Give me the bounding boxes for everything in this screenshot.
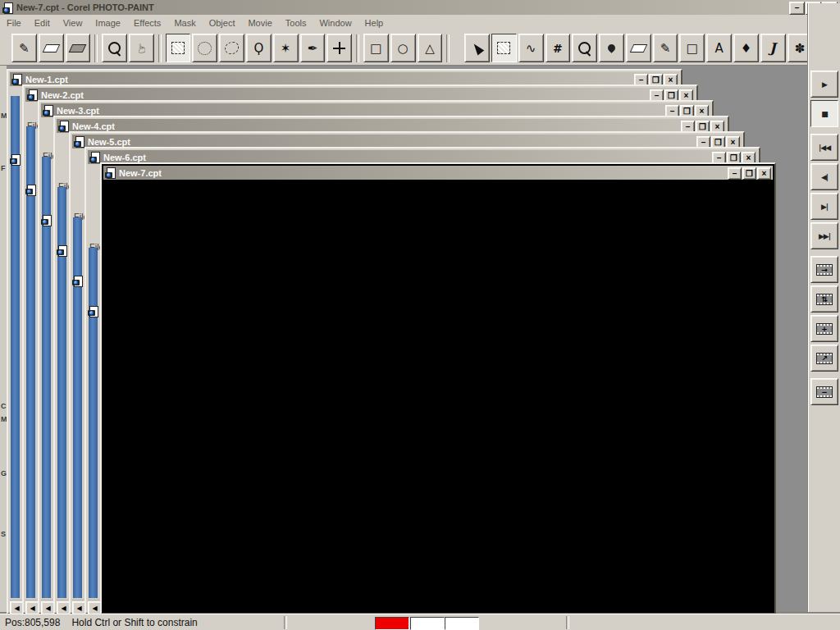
frame-back-button[interactable]: ◀| [810,163,838,190]
film-strip-icon: − [816,386,833,398]
freehand-mask-tool[interactable] [219,34,244,62]
toolbar-separator [158,34,162,62]
move-frame-button[interactable]: ⇅ [810,285,838,313]
workspace: MFCMGS New-1.cpt–❒×◀New-2.cpt–❒×File◀New… [0,66,840,614]
crop-tool[interactable]: # [546,34,571,62]
zoom-2-icon [578,42,591,54]
fill-icon: ♦ [741,41,751,56]
lasso-mask-icon: Ϙ [253,41,263,56]
ellipse-tool[interactable]: ○ [390,34,416,62]
document-icon [89,152,100,162]
crop-icon: # [553,42,563,55]
zoom-tool[interactable] [102,34,127,62]
zoom-icon [108,42,121,54]
node-edit-tool[interactable]: ∿ [518,34,544,62]
mask-transform-tool[interactable] [326,34,352,62]
main-toolbar: ✎☞Ϙ✶✒□○△∿#✎□A♦J✽♟♟ [0,31,840,66]
text-icon: A [714,41,723,56]
rewind-to-start-button[interactable]: |◀◀ [810,134,838,161]
fill-tool[interactable]: ♦ [733,34,759,62]
minimize-button[interactable]: – [789,2,805,15]
eyedropper-icon [606,43,617,53]
document-title: New-5.cpt [88,137,130,147]
frame-forward-button[interactable]: ▶| [810,193,838,220]
document-window-new-7-cpt[interactable]: New-7.cpt–❒× [100,162,776,614]
menu-image[interactable]: Image [89,16,127,30]
ellipse-mask-tool[interactable] [192,34,217,62]
menu-file[interactable]: File [0,16,28,30]
status-hint: Hold Ctrl or Shift to constrain [71,617,197,628]
zoom-2-tool[interactable] [572,34,597,62]
menu-help[interactable]: Help [358,16,390,30]
toolbar-separator [356,34,359,62]
delete-frame-button[interactable]: − [810,378,838,405]
paint-brush-tool[interactable]: J [760,34,786,62]
magic-wand-mask-tool[interactable]: ✶ [273,34,299,62]
play-button[interactable]: ▶ [810,71,838,98]
rect-shape-icon: □ [687,41,698,56]
fill-color-swatch[interactable] [445,617,479,630]
pan-icon: ☞ [134,43,148,53]
menu-mask[interactable]: Mask [167,16,202,30]
undo-pencil-tool[interactable]: ✎ [11,34,37,62]
minimize-button[interactable]: – [728,167,742,180]
close-button[interactable]: × [757,167,771,180]
edge-letter: M [1,112,7,120]
document-icon [105,167,116,178]
rect-mask-2-icon [497,42,510,54]
rect-mask-tool[interactable] [166,34,191,62]
menu-effects[interactable]: Effects [127,16,167,30]
undo-pencil-icon: ✎ [19,41,30,56]
ellipse-mask-icon [198,42,212,55]
paint-color-swatch[interactable] [375,617,409,630]
fast-forward-to-end-button[interactable]: ▶▶| [810,222,838,249]
lasso-mask-tool[interactable]: Ϙ [246,34,272,62]
eraser-2-tool[interactable] [626,34,651,62]
menu-edit[interactable]: Edit [28,16,57,30]
rect-mask-2-tool[interactable] [491,34,517,62]
menu-movie[interactable]: Movie [241,16,278,30]
rect-shape-tool[interactable]: □ [679,34,705,62]
paper-color-swatch[interactable] [410,617,445,630]
strip-document-icon [57,245,66,255]
rectangle-tool[interactable]: □ [363,34,389,62]
brush-mask-tool[interactable]: ✒ [300,34,326,62]
document-title-bar[interactable]: New-7.cpt–❒× [103,166,773,180]
cursor-position: Pos:805,598 [5,617,60,628]
document-title: New-4.cpt [72,121,115,131]
left-edge-sliver: MFCMGS [0,66,7,614]
menu-bar: FileEditViewImageEffectsMaskObjectMovieT… [0,15,840,32]
menu-window[interactable]: Window [313,16,358,30]
maximize-button[interactable]: ❒ [742,167,756,180]
pick-tool[interactable] [464,34,490,62]
polygon-icon: △ [425,41,435,56]
document-icon [27,89,38,100]
app-title: New-7.cpt - Corel PHOTO-PAINT [16,2,154,12]
eraser-tool[interactable] [39,34,64,62]
extract-frame-button[interactable]: ↗ [810,345,838,372]
film-strip-icon: + [816,323,833,335]
rectangle-icon: □ [370,41,381,56]
menu-view[interactable]: View [57,16,89,30]
insert-frame-button[interactable]: + [810,315,838,342]
eraser-2-icon [629,44,647,52]
toolbar-gap [453,48,463,48]
edge-letter: S [1,530,6,538]
image-sprayer-icon: ✽ [795,41,806,56]
stop-button[interactable]: ■ [810,100,838,127]
text-tool[interactable]: A [706,34,732,62]
document-window-buttons: –❒× [728,167,771,180]
menu-object[interactable]: Object [203,16,242,30]
strip-document-icon [10,154,20,164]
goto-frame-button[interactable]: → [810,256,838,283]
local-undo-tool[interactable]: ✎ [653,34,678,62]
polygon-tool[interactable]: △ [418,34,443,62]
eyedropper-tool[interactable] [599,34,624,62]
magic-wand-mask-icon: ✶ [281,41,291,56]
status-divider [284,616,287,629]
color-eraser-tool[interactable] [66,34,91,62]
local-undo-icon: ✎ [660,41,671,56]
menu-tools[interactable]: Tools [279,16,313,30]
pan-tool[interactable]: ☞ [129,34,154,62]
document-strip [73,217,82,598]
